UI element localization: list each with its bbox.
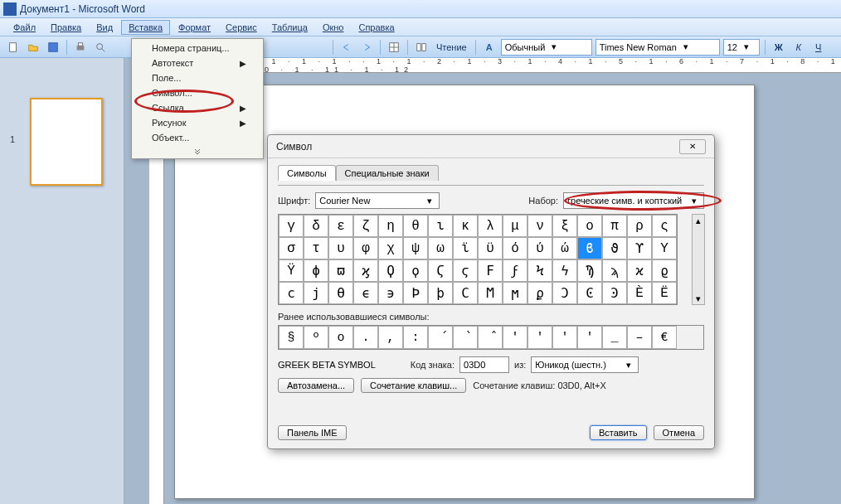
symbol-cell[interactable]: Ϝ [478,259,503,282]
menu-autotext[interactable]: Автотекст▶ [132,56,263,70]
horizontal-ruler[interactable]: 3 · 1 · 2 · 1 · 1 · 1 · · 1 · 1 · 2 · 1 … [164,58,841,73]
symbol-cell[interactable]: η [378,215,403,237]
symbol-cell[interactable]: ϋ [478,237,503,259]
open-icon[interactable] [25,39,41,56]
size-combo[interactable]: 12 ▾ [723,39,760,56]
cancel-button[interactable]: Отмена [654,425,704,440]
symbol-cell[interactable]: λ [478,215,503,237]
symbol-cell[interactable]: υ [328,237,353,259]
preview-icon[interactable] [92,39,109,56]
symbol-cell[interactable]: Ϟ [527,259,552,282]
symbol-cell[interactable]: ν [527,215,552,237]
symbol-cell[interactable]: ο [577,215,602,237]
menu-help[interactable]: Справка [352,21,401,34]
symbol-cell[interactable]: ϛ [453,259,478,282]
menu-insert[interactable]: Вставка [121,20,170,35]
symbol-cell[interactable]: Ϋ [279,259,304,282]
symbol-cell[interactable]: θ [403,215,428,237]
symbol-cell[interactable]: ϑ [602,237,627,259]
menu-symbol[interactable]: Символ... [132,85,263,100]
symbol-cell[interactable]: ϙ [403,259,428,282]
symbol-cell[interactable]: Ϲ [453,282,478,304]
symbol-cell[interactable]: ϰ [627,259,652,282]
print-icon[interactable] [72,39,89,56]
close-button[interactable]: ✕ [679,139,706,154]
symbol-cell[interactable]: ϼ [527,282,552,304]
symbol-cell[interactable]: Ϙ [378,259,403,282]
symbol-cell[interactable]: ξ [552,215,577,237]
recent-cell[interactable]: ̀ [453,326,478,349]
menu-format[interactable]: Формат [172,21,217,34]
symbol-cell[interactable]: Ϻ [478,282,503,304]
symbol-cell[interactable]: δ [304,215,328,237]
symbol-cell[interactable]: ζ [353,215,378,237]
code-input[interactable] [459,356,509,373]
recent-cell[interactable]: ̂ [478,326,503,349]
symbol-cell[interactable]: ϳ [304,282,328,304]
recent-cell[interactable]: – [627,326,652,349]
menu-field[interactable]: Поле... [132,70,263,85]
subset-select[interactable]: греческие симв. и коптский ▾ [563,192,704,209]
page-thumbnail[interactable] [30,98,103,186]
menu-page-numbers[interactable]: Номера страниц... [132,41,263,56]
recent-cell[interactable]: : [403,326,428,349]
symbol-cell[interactable]: ϕ [304,259,328,282]
recent-cell[interactable]: ' [503,326,527,349]
tab-special[interactable]: Специальные знаки [336,165,439,181]
reading-icon[interactable] [413,39,430,56]
font-combo[interactable]: Times New Roman ▾ [596,39,720,56]
menu-tools[interactable]: Сервис [219,21,264,34]
autocorrect-button[interactable]: Автозамена... [278,378,354,393]
symbol-cell[interactable]: ϝ [503,259,527,282]
symbol-cell[interactable]: ψ [403,237,428,259]
symbol-cell[interactable]: ω [428,237,453,259]
symbol-cell[interactable]: σ [279,237,304,259]
symbol-cell[interactable]: ϸ [428,282,453,304]
symbol-cell[interactable]: ϲ [279,282,304,304]
symbol-cell[interactable]: Ϛ [428,259,453,282]
symbol-cell[interactable]: κ [453,215,478,237]
menu-table[interactable]: Таблица [265,21,314,34]
menu-window[interactable]: Окно [316,21,351,34]
symbol-cell[interactable]: ς [652,215,677,237]
menu-picture[interactable]: Рисунок▶ [132,115,263,130]
menu-object[interactable]: Объект... [132,130,263,145]
symbol-cell[interactable]: ϊ [453,237,478,259]
symbol-cell[interactable]: ϱ [652,259,677,282]
symbol-cell[interactable]: Ѐ [627,282,652,304]
table-icon[interactable] [386,39,402,56]
redo-icon[interactable] [358,39,375,56]
symbol-cell[interactable]: ϶ [378,282,403,304]
recent-cell[interactable]: § [279,326,304,349]
symbol-cell[interactable]: Ϸ [403,282,428,304]
symbol-cell[interactable]: ϡ [602,259,627,282]
symbol-cell[interactable]: ϖ [328,259,353,282]
symbol-cell[interactable]: ι [428,215,453,237]
symbol-cell[interactable]: ό [503,237,527,259]
symbol-cell[interactable]: φ [353,237,378,259]
symbol-cell[interactable]: ϗ [353,259,378,282]
menu-view[interactable]: Вид [90,21,119,34]
reading-label[interactable]: Чтение [433,42,470,52]
style-combo[interactable]: Обычный ▾ [501,39,592,56]
symbol-cell[interactable]: Ͼ [577,282,602,304]
symbol-cell[interactable]: ύ [527,237,552,259]
symbol-cell[interactable]: π [602,215,627,237]
menu-edit[interactable]: Правка [44,21,88,34]
save-icon[interactable] [45,39,61,56]
ime-button[interactable]: Панель IME [278,425,347,440]
recent-cell[interactable]: º [304,326,328,349]
recent-cell[interactable]: o [328,326,353,349]
from-select[interactable]: Юникод (шестн.) ▾ [531,356,639,373]
symbol-cell[interactable]: Ͻ [552,282,577,304]
recent-cell[interactable]: , [378,326,403,349]
symbol-cell[interactable]: Ͽ [602,282,627,304]
symbol-cell[interactable]: ϴ [328,282,353,304]
symbol-cell[interactable]: μ [503,215,527,237]
scroll-down-icon[interactable]: ▾ [693,293,704,304]
underline-button[interactable]: Ч [810,39,827,56]
bold-button[interactable]: Ж [771,39,787,56]
symbol-cell[interactable]: ϟ [552,259,577,282]
font-select[interactable]: Courier New ▾ [315,192,440,209]
new-icon[interactable] [5,39,22,56]
